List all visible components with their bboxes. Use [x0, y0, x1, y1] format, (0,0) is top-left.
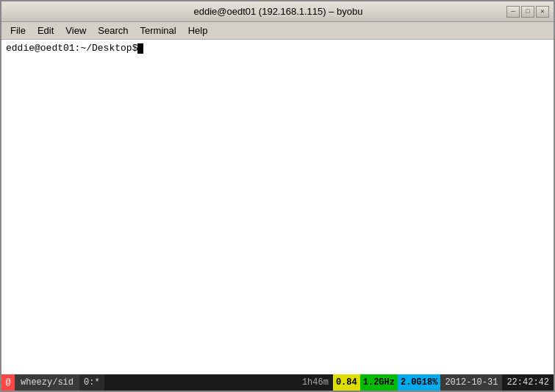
status-load: 0.84 [333, 374, 360, 391]
status-date: 2012-10-31 [440, 374, 502, 391]
menu-file[interactable]: File [4, 24, 32, 38]
status-bar: @ wheezy/sid 0:* 1h46m 0.84 1.2GHz 2.0G1… [1, 374, 554, 391]
window-title: eddie@oedt01 (192.168.1.115) – byobu [50, 6, 506, 17]
status-distro: wheezy/sid [15, 374, 79, 391]
status-window-id: 0:* [79, 374, 104, 391]
menu-bar: File Edit View Search Terminal Help [1, 22, 554, 40]
close-button[interactable]: ✕ [536, 6, 549, 18]
minimize-button[interactable]: — [506, 6, 520, 18]
menu-help[interactable]: Help [182, 24, 214, 38]
status-freq: 1.2GHz [360, 374, 398, 391]
maximize-button[interactable]: □ [521, 6, 534, 18]
terminal-window: eddie@oedt01 (192.168.1.115) – byobu — □… [0, 0, 555, 392]
status-session-icon: @ [1, 374, 15, 391]
status-time: 22:42:42 [502, 374, 554, 391]
prompt-line: eddie@oedt01:~/Desktop$ [6, 43, 549, 54]
status-mem: 2.0G18% [398, 374, 440, 391]
menu-terminal[interactable]: Terminal [135, 24, 182, 38]
menu-view[interactable]: View [60, 24, 92, 38]
cursor [137, 43, 143, 54]
prompt-text: eddie@oedt01:~/Desktop$ [6, 43, 137, 54]
title-bar: eddie@oedt01 (192.168.1.115) – byobu — □… [1, 1, 554, 22]
status-uptime: 1h46m [298, 374, 333, 391]
window-controls: — □ ✕ [506, 6, 549, 18]
menu-edit[interactable]: Edit [32, 24, 60, 38]
menu-search[interactable]: Search [92, 24, 134, 38]
terminal-area[interactable]: eddie@oedt01:~/Desktop$ [1, 40, 554, 374]
